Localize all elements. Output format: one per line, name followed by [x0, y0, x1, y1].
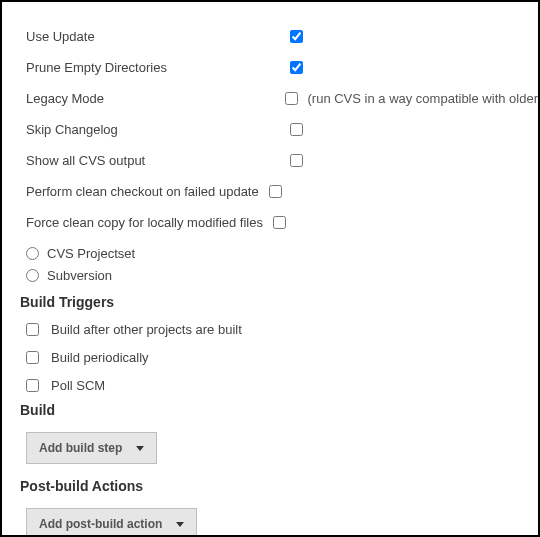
svg-marker-1 [176, 522, 184, 527]
cvs-option-checkbox[interactable] [290, 30, 303, 43]
build-trigger-label: Build after other projects are built [51, 322, 242, 337]
cvs-option-label: Legacy Mode [26, 91, 275, 106]
svg-marker-0 [136, 446, 144, 451]
build-trigger-checkbox[interactable] [26, 379, 39, 392]
scm-radio-label: CVS Projectset [47, 246, 135, 261]
cvs-option-row: Prune Empty Directories [26, 53, 538, 81]
add-post-build-action-button[interactable]: Add post-build action [26, 508, 197, 537]
section-heading-build: Build [20, 402, 538, 418]
cvs-option-label: Prune Empty Directories [26, 60, 280, 75]
build-trigger-checkbox[interactable] [26, 351, 39, 364]
scm-radio[interactable] [26, 269, 39, 282]
scm-radio[interactable] [26, 247, 39, 260]
cvs-option-checkbox[interactable] [290, 61, 303, 74]
build-trigger-row: Poll SCM [26, 372, 538, 398]
build-trigger-row: Build periodically [26, 344, 538, 370]
cvs-option-row: Use Update [26, 22, 538, 50]
chevron-down-icon [136, 446, 144, 451]
cvs-option-label: Perform clean checkout on failed update [26, 184, 259, 199]
section-heading-build-triggers: Build Triggers [20, 294, 538, 310]
cvs-option-checkbox[interactable] [273, 216, 286, 229]
add-post-build-action-label: Add post-build action [39, 517, 162, 531]
cvs-option-hint: (run CVS in a way compatible with older [308, 91, 539, 106]
build-trigger-label: Poll SCM [51, 378, 105, 393]
scm-radio-row: CVS Projectset [26, 242, 538, 264]
cvs-option-label: Force clean copy for locally modified fi… [26, 215, 263, 230]
build-trigger-label: Build periodically [51, 350, 149, 365]
build-trigger-row: Build after other projects are built [26, 316, 538, 342]
cvs-option-label: Show all CVS output [26, 153, 280, 168]
cvs-option-row: Show all CVS output [26, 146, 538, 174]
cvs-option-checkbox[interactable] [285, 92, 298, 105]
cvs-option-row: Force clean copy for locally modified fi… [26, 208, 538, 236]
scm-radio-label: Subversion [47, 268, 112, 283]
add-build-step-label: Add build step [39, 441, 122, 455]
chevron-down-icon [176, 522, 184, 527]
add-build-step-button[interactable]: Add build step [26, 432, 157, 464]
scm-radio-row: Subversion [26, 264, 538, 286]
cvs-option-row: Perform clean checkout on failed update [26, 177, 538, 205]
cvs-option-checkbox[interactable] [269, 185, 282, 198]
cvs-option-checkbox[interactable] [290, 123, 303, 136]
cvs-option-row: Legacy Mode(run CVS in a way compatible … [26, 84, 538, 112]
cvs-option-label: Use Update [26, 29, 280, 44]
build-trigger-checkbox[interactable] [26, 323, 39, 336]
section-heading-post-build: Post-build Actions [20, 478, 538, 494]
cvs-option-checkbox[interactable] [290, 154, 303, 167]
cvs-option-row: Skip Changelog [26, 115, 538, 143]
cvs-option-label: Skip Changelog [26, 122, 280, 137]
